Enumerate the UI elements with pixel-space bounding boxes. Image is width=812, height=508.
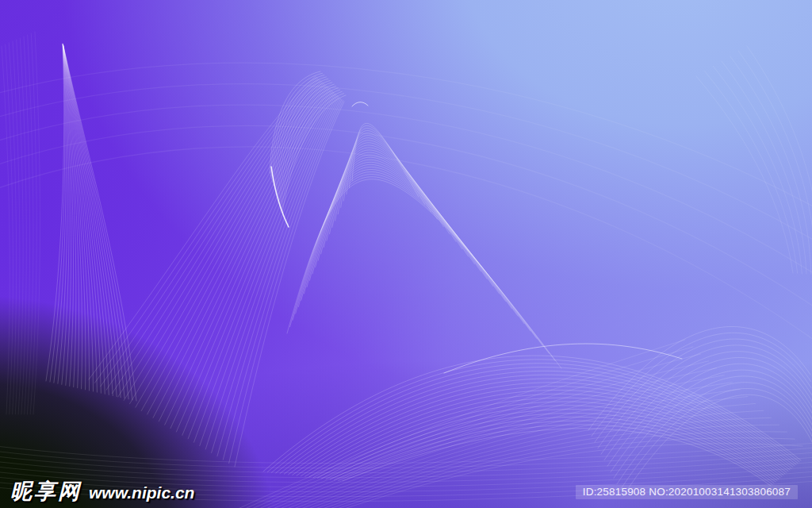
highlight-apex-line <box>352 102 368 106</box>
wave-line-art <box>0 0 812 508</box>
watermark-site-name: 昵享网 <box>10 481 82 502</box>
wallpaper-background: 昵享网 www.nipic.cn ID:25815908 NO:20201003… <box>0 0 812 508</box>
watermark: 昵享网 www.nipic.cn <box>10 481 194 502</box>
watermark-site-url: www.nipic.cn <box>89 484 194 501</box>
image-id-badge: ID:25815908 NO:20201003141303806087 <box>576 485 798 499</box>
